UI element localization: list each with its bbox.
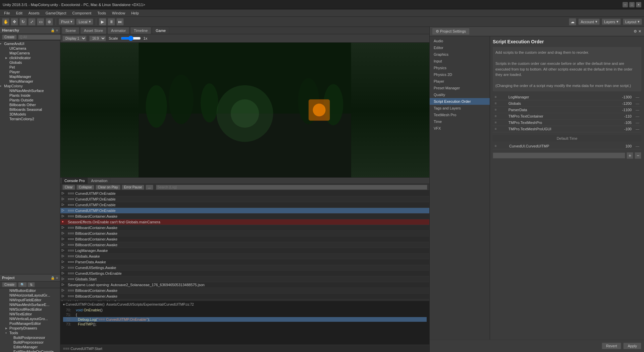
minus-button-tmpro-textmeshproupugui[interactable]: — <box>634 126 641 132</box>
seo-script-row[interactable]: ≡ Globals -1200 — <box>493 100 641 106</box>
project-item-buildpre[interactable]: BuildPreprocessor <box>0 340 60 345</box>
project-item-nwhorizontal[interactable]: NWHorizontalLayoutGr... <box>0 293 60 298</box>
nav-item-tagsandlayers[interactable]: Tags and Layers <box>430 105 490 112</box>
menu-gameobject[interactable]: GameObject <box>43 10 69 16</box>
minus-button-globals[interactable]: — <box>634 100 641 106</box>
project-item-nwvertical[interactable]: NWVerticalLayoutGro... <box>0 316 60 321</box>
project-settings-settings-icon[interactable]: ⚙ <box>634 29 637 34</box>
tool-move-button[interactable]: ✥ <box>11 18 18 26</box>
seo-add-minus-button[interactable]: − <box>635 152 641 159</box>
console-search-input[interactable] <box>156 185 427 190</box>
project-item-propertydrawers[interactable]: ▶ PropertyDrawers <box>0 326 60 331</box>
maximize-button[interactable]: □ <box>629 2 635 7</box>
console-row[interactable]: ▷ === BillboardContainer.Awake <box>60 288 429 294</box>
seo-script-row[interactable]: ≡ TMPro.TextMeshProUGUI -100 — <box>493 126 641 132</box>
tree-item-menumanager[interactable]: MenuManager <box>0 79 60 84</box>
seo-script-row[interactable]: ≡ ParserData -1100 — <box>493 106 641 113</box>
nav-item-player[interactable]: Player <box>430 78 490 85</box>
console-row[interactable]: ▷ === LogManager.Awake <box>60 248 429 254</box>
project-item-nwscrollrect[interactable]: NWScrollRectEditor <box>0 307 60 312</box>
step-button[interactable]: ⏭ <box>116 18 124 26</box>
console-tab-consolepro[interactable]: Console Pro <box>62 178 88 184</box>
tree-item-terraincolony[interactable]: TerrainColony2 <box>0 117 60 121</box>
console-row[interactable]: ▷ === BillboardContainer.Awake <box>60 231 429 236</box>
tree-item-pet[interactable]: Pet <box>0 65 60 70</box>
nav-item-scriptexecution[interactable]: Script Execution Order <box>430 98 490 105</box>
tree-item-mapmanager[interactable]: MapManager <box>0 74 60 79</box>
nav-item-graphics[interactable]: Graphics <box>430 51 490 58</box>
seo-script-row-after[interactable]: ≡ CurvedUI.CurvedUITMP 100 — <box>493 143 641 149</box>
console-row[interactable]: ▷ Savegame.Load opening: Autosave2_Solan… <box>60 282 429 288</box>
console-row-error[interactable]: ● SeasonEffects.OnEnable can't find Glob… <box>60 219 429 225</box>
aspect-select[interactable]: 16:9 <box>89 36 106 41</box>
tree-item-plantsinside[interactable]: Plants Inside <box>0 93 60 98</box>
tool-transform-button[interactable]: ⊕ <box>46 18 53 26</box>
nav-item-quality[interactable]: Quality <box>430 91 490 98</box>
project-sort-button[interactable]: ⇅ <box>28 282 35 287</box>
hierarchy-search-input[interactable] <box>18 35 64 40</box>
nav-item-physics[interactable]: Physics <box>430 64 490 71</box>
console-clear-on-play-button[interactable]: Clear on Play <box>96 185 120 190</box>
seo-script-row[interactable]: ≡ LogManager -1300 — <box>493 94 641 100</box>
tree-item-mapcamera[interactable]: MapCamera <box>0 51 60 55</box>
tree-item-nwnavmeshsurface[interactable]: NWNavMeshSurface <box>0 88 60 93</box>
play-button[interactable]: ▶ <box>99 18 106 26</box>
console-row[interactable]: ▷ === Globals.Awake <box>60 254 429 259</box>
console-error-pause-button[interactable]: Error Pause <box>122 185 144 190</box>
layout-dropdown[interactable]: Layout ▾ <box>623 18 642 25</box>
hierarchy-create-button[interactable]: Create <box>2 35 17 40</box>
console-more-button[interactable]: ... <box>146 185 153 190</box>
project-search-button[interactable]: 🔍 <box>18 282 27 287</box>
seo-apply-button[interactable]: Apply <box>623 343 641 349</box>
tree-item-uicamera[interactable]: UICamera <box>0 46 60 51</box>
tree-item-plantsoutside[interactable]: Plants Outside <box>0 98 60 102</box>
account-dropdown[interactable]: Account ▾ <box>578 18 600 25</box>
nav-item-editor[interactable]: Editor <box>430 44 490 51</box>
tab-scene[interactable]: Scene <box>62 27 79 34</box>
console-collapse-button[interactable]: Collapse <box>76 185 94 190</box>
nav-item-audio[interactable]: Audio <box>430 38 490 44</box>
tree-item-globals[interactable]: Globals <box>0 60 60 65</box>
console-clear-button[interactable]: Clear <box>62 185 75 190</box>
pivot-dropdown[interactable]: Pivot ▾ <box>59 18 75 25</box>
project-settings-tab[interactable]: ⚙ Project Settings <box>432 28 469 35</box>
project-item-tools[interactable]: ▾ Tools <box>0 331 60 335</box>
tool-hand-button[interactable]: ✋ <box>2 18 9 26</box>
console-row[interactable]: ▷ === BillboardContainer.Awake <box>60 214 429 219</box>
console-row[interactable]: ▷ === CurvedUISettings.Awake <box>60 265 429 271</box>
project-item-buildpost[interactable]: BuildPostprocessor <box>0 335 60 340</box>
layers-dropdown[interactable]: Layers ▾ <box>602 18 621 25</box>
minimize-button[interactable]: ─ <box>623 2 628 7</box>
project-lock-icon[interactable]: 🔒 <box>51 276 55 280</box>
tree-item-gameandui[interactable]: ▾ GameAndUI <box>0 41 60 46</box>
project-item-nwnavmesh[interactable]: NWNavMeshSurfaceE... <box>0 302 60 307</box>
cloud-icon[interactable]: ☁ <box>569 18 576 26</box>
menu-component[interactable]: Component <box>69 10 94 16</box>
console-row[interactable]: ▷ === BillboardContainer.Awake <box>60 225 429 231</box>
project-item-nwbuttoneditor[interactable]: NWButtonEditor <box>0 288 60 293</box>
pause-button[interactable]: ⏸ <box>108 18 115 26</box>
tab-animator[interactable]: Animator <box>107 27 129 34</box>
nav-item-physics2d[interactable]: Physics 2D <box>430 71 490 78</box>
minus-button-tmpro-textcontainer[interactable]: — <box>634 113 641 119</box>
menu-tools[interactable]: Tools <box>95 10 109 16</box>
tree-item-billboards-other[interactable]: Billboards Other <box>0 102 60 107</box>
seo-script-row[interactable]: ≡ TMPro.TextMeshPro -105 — <box>493 119 641 126</box>
menu-edit[interactable]: Edit <box>13 10 25 16</box>
tree-item-3dmodels[interactable]: 3DModels <box>0 112 60 117</box>
tool-scale-button[interactable]: ⤢ <box>28 18 36 26</box>
minus-button-tmpro-textmeshpro[interactable]: — <box>634 119 641 126</box>
tree-item-player[interactable]: Player <box>0 70 60 74</box>
display-select[interactable]: Display 1 <box>62 36 87 41</box>
console-row[interactable]: ▷ === CurvedUITMP.OnEnable <box>60 196 429 202</box>
console-row[interactable]: ▷ === BillboardContainer.Awake <box>60 242 429 248</box>
scale-slider[interactable] <box>121 35 141 42</box>
project-item-editormanager[interactable]: EditorManager <box>0 345 60 349</box>
seo-add-script-input[interactable] <box>493 152 625 159</box>
console-row-selected[interactable]: ▷ === CurvedUITMP.OnEnable <box>60 208 429 214</box>
project-item-poolmanager[interactable]: PoolManagerEditor <box>0 321 60 326</box>
console-row[interactable]: ▷ === CurvedUITMP.OnEnable <box>60 191 429 196</box>
menu-help[interactable]: Help <box>128 10 142 16</box>
nav-item-vfx[interactable]: VFX <box>430 125 490 132</box>
console-row[interactable]: ▷ === BillboardContainer.Awake <box>60 294 429 299</box>
